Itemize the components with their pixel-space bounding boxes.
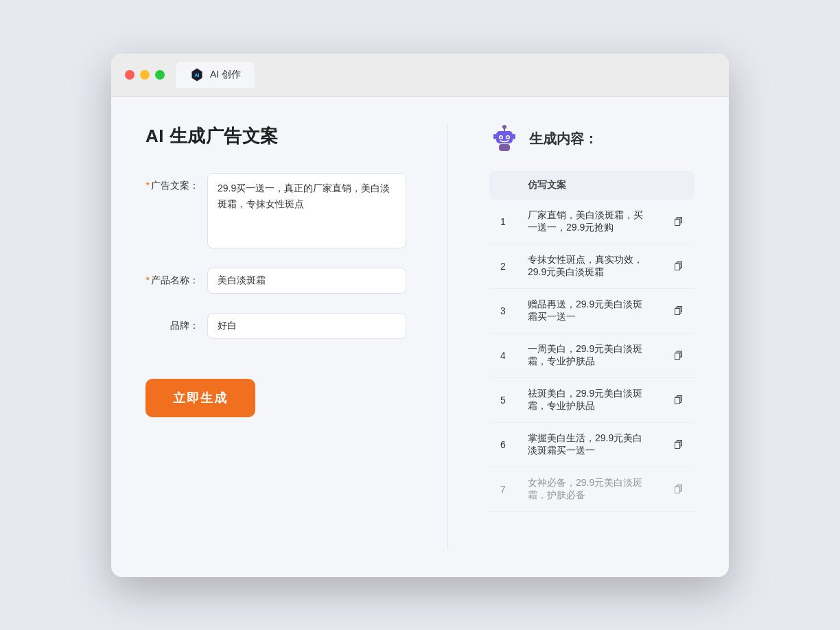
row-number: 7 [489, 467, 517, 511]
row-number: 5 [489, 377, 517, 422]
row-number: 6 [489, 422, 517, 467]
copy-button[interactable]: 🗍 [663, 200, 695, 244]
tab-ai-create[interactable]: AI AI 创作 [176, 62, 255, 88]
product-name-group: *产品名称： [145, 268, 406, 294]
generate-button[interactable]: 立即生成 [145, 379, 255, 417]
copy-button[interactable]: 🗍 [663, 288, 695, 333]
brand-label: 品牌： [145, 313, 207, 332]
browser-window: AI AI 创作 AI 生成广告文案 *广告文案： 29.9买一送一，真正的厂家… [111, 54, 729, 577]
maximize-button[interactable] [155, 70, 165, 80]
row-number: 4 [489, 333, 517, 377]
row-text: 一周美白，29.9元美白淡斑霜，专业护肤品 [517, 333, 663, 377]
result-header: 生成内容： [489, 124, 695, 154]
title-bar: AI AI 创作 [111, 54, 729, 97]
svg-rect-11 [513, 134, 515, 139]
ad-text-input[interactable]: 29.9买一送一，真正的厂家直销，美白淡斑霜，专抹女性斑点 [207, 173, 406, 248]
product-name-input[interactable] [207, 268, 406, 294]
ad-text-label: *广告文案： [145, 173, 207, 192]
copy-button[interactable]: 🗍 [663, 244, 695, 288]
svg-point-7 [500, 136, 502, 138]
table-row: 4一周美白，29.9元美白淡斑霜，专业护肤品🗍 [489, 333, 695, 377]
robot-icon [489, 124, 520, 154]
table-row: 3赠品再送，29.9元美白淡斑霜买一送一🗍 [489, 288, 695, 333]
svg-text:AI: AI [194, 72, 199, 78]
panel-divider [447, 124, 448, 550]
ai-tab-icon: AI [189, 67, 205, 82]
svg-rect-10 [493, 134, 496, 139]
table-row: 2专抹女性斑点，真实功效，29.9元美白淡斑霜🗍 [489, 244, 695, 288]
col-text: 仿写文案 [517, 171, 663, 200]
right-panel: 生成内容： 仿写文案 1厂家直销，美白淡斑霜，买一送一，29.9元抢购🗍2专抹女… [489, 124, 695, 550]
svg-point-8 [507, 136, 509, 138]
brand-group: 品牌： [145, 313, 406, 339]
copy-button[interactable]: 🗍 [663, 467, 695, 511]
row-text: 掌握美白生活，29.9元美白淡斑霜买一送一 [517, 422, 663, 467]
left-panel: AI 生成广告文案 *广告文案： 29.9买一送一，真正的厂家直销，美白淡斑霜，… [145, 124, 406, 550]
product-name-label: *产品名称： [145, 268, 207, 287]
row-text: 赠品再送，29.9元美白淡斑霜买一送一 [517, 288, 663, 333]
row-text: 厂家直销，美白淡斑霜，买一送一，29.9元抢购 [517, 200, 663, 244]
table-row: 7女神必备，29.9元美白淡斑霜，护肤必备🗍 [489, 467, 695, 511]
table-row: 5祛斑美白，29.9元美白淡斑霜，专业护肤品🗍 [489, 377, 695, 422]
brand-input[interactable] [207, 313, 406, 339]
svg-rect-9 [499, 144, 510, 151]
row-number: 3 [489, 288, 517, 333]
row-text: 专抹女性斑点，真实功效，29.9元美白淡斑霜 [517, 244, 663, 288]
col-action [663, 171, 695, 200]
results-table: 仿写文案 1厂家直销，美白淡斑霜，买一送一，29.9元抢购🗍2专抹女性斑点，真实… [489, 171, 695, 512]
result-title: 生成内容： [529, 130, 598, 148]
required-mark-2: * [146, 275, 150, 285]
ad-text-group: *广告文案： 29.9买一送一，真正的厂家直销，美白淡斑霜，专抹女性斑点 [145, 173, 406, 248]
main-content: AI 生成广告文案 *广告文案： 29.9买一送一，真正的厂家直销，美白淡斑霜，… [111, 97, 729, 577]
copy-button[interactable]: 🗍 [663, 377, 695, 422]
svg-point-3 [502, 125, 506, 129]
traffic-lights [125, 70, 165, 80]
minimize-button[interactable] [140, 70, 150, 80]
required-mark: * [146, 180, 150, 191]
copy-button[interactable]: 🗍 [663, 422, 695, 467]
copy-button[interactable]: 🗍 [663, 333, 695, 377]
row-text: 女神必备，29.9元美白淡斑霜，护肤必备 [517, 467, 663, 511]
row-text: 祛斑美白，29.9元美白淡斑霜，专业护肤品 [517, 377, 663, 422]
page-title: AI 生成广告文案 [145, 124, 406, 148]
row-number: 2 [489, 244, 517, 288]
close-button[interactable] [125, 70, 135, 80]
tab-label: AI 创作 [210, 69, 241, 81]
col-num [489, 171, 517, 200]
table-row: 1厂家直销，美白淡斑霜，买一送一，29.9元抢购🗍 [489, 200, 695, 244]
row-number: 1 [489, 200, 517, 244]
table-row: 6掌握美白生活，29.9元美白淡斑霜买一送一🗍 [489, 422, 695, 467]
